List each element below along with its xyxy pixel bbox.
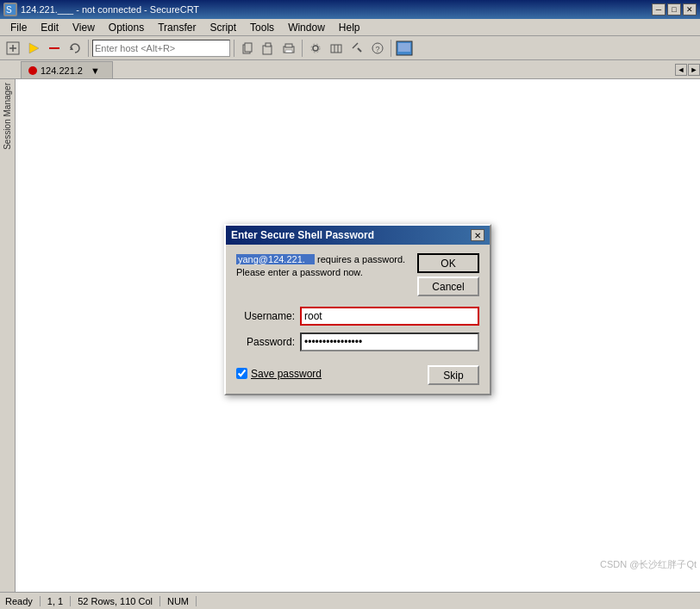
reconnect-button[interactable]	[66, 39, 84, 58]
dialog-title: Enter Secure Shell Password	[231, 229, 471, 241]
menu-help[interactable]: Help	[332, 20, 367, 35]
paste-button[interactable]	[259, 39, 278, 58]
status-ready: Ready	[3, 596, 41, 606]
tab-bar: 124.221.2 ▼ ◄ ►	[0, 60, 700, 79]
skip-button[interactable]: Skip	[428, 365, 479, 385]
zoom-button[interactable]	[347, 39, 366, 58]
svg-text:S: S	[6, 5, 12, 15]
username-input[interactable]	[300, 307, 479, 326]
separator-3	[302, 40, 303, 57]
separator-4	[391, 40, 391, 57]
menu-transfer[interactable]: Transfer	[151, 20, 203, 35]
menu-file[interactable]: File	[3, 20, 34, 35]
close-button[interactable]: ✕	[683, 3, 697, 16]
dialog-close-button[interactable]: ✕	[471, 229, 484, 241]
terminal-area[interactable]: Enter Secure Shell Password ✕ yang@124.2…	[16, 79, 700, 592]
disconnect-button[interactable]	[45, 39, 64, 58]
tab-scroll-left[interactable]: ◄	[675, 64, 687, 76]
menu-script[interactable]: Script	[203, 20, 243, 35]
save-password-checkbox[interactable]	[236, 368, 247, 379]
menu-window[interactable]: Window	[281, 20, 332, 35]
tab-scroll-right[interactable]: ►	[688, 64, 700, 76]
svg-point-15	[313, 46, 318, 51]
dialog-message-host: yang@124.221. requires a password.	[236, 254, 405, 264]
main-area: Session Manager Enter Secure Shell Passw…	[0, 79, 700, 592]
toolbar: ?	[0, 36, 700, 60]
watermark: CSDN @长沙红胖子Qt	[600, 558, 697, 571]
tab-label: 124.221.2 ▼	[41, 65, 105, 76]
menu-view[interactable]: View	[66, 20, 102, 35]
dialog-host-highlight: yang@124.221.	[236, 254, 315, 264]
dialog-body: yang@124.221. requires a password. Pleas…	[226, 245, 490, 394]
svg-line-21	[358, 48, 361, 52]
app-icon: S	[3, 3, 17, 16]
session-manager-sidebar[interactable]: Session Manager	[0, 79, 16, 592]
password-row: Password:	[236, 332, 479, 351]
menu-tools[interactable]: Tools	[243, 20, 281, 35]
svg-line-20	[353, 43, 358, 48]
menu-edit[interactable]: Edit	[34, 20, 66, 35]
minimize-button[interactable]: ─	[652, 3, 666, 16]
svg-rect-14	[285, 50, 292, 53]
save-password-row: Save password	[236, 368, 322, 380]
svg-rect-25	[398, 43, 410, 52]
title-bar: S 124.221.___ - not connected - SecureCR…	[0, 0, 700, 19]
cancel-button[interactable]: Cancel	[417, 277, 479, 296]
svg-rect-17	[331, 45, 341, 53]
username-row: Username:	[236, 307, 479, 326]
tab-status-icon	[28, 66, 37, 75]
maximize-button[interactable]: □	[667, 3, 681, 16]
menu-options[interactable]: Options	[102, 20, 151, 35]
session-tab[interactable]: 124.221.2 ▼	[21, 61, 113, 78]
separator-2	[234, 40, 234, 57]
host-input[interactable]	[92, 40, 230, 57]
separator-1	[88, 40, 89, 57]
svg-text:?: ?	[376, 45, 380, 53]
connect-button[interactable]	[24, 39, 43, 58]
dialog-top-buttons: OK Cancel	[417, 253, 479, 296]
username-label: Username:	[236, 310, 295, 322]
svg-rect-6	[49, 47, 59, 49]
status-num: NUM	[160, 596, 197, 606]
password-input[interactable]	[300, 332, 479, 351]
menu-bar: File Edit View Options Transfer Script T…	[0, 19, 700, 36]
save-password-label[interactable]: Save password	[251, 368, 322, 380]
status-bar: Ready 1, 1 52 Rows, 110 Col NUM	[0, 592, 700, 609]
password-dialog: Enter Secure Shell Password ✕ yang@124.2…	[224, 224, 491, 395]
dialog-message-prompt: Please enter a password now.	[236, 267, 363, 277]
new-session-button[interactable]	[3, 39, 22, 58]
copy-button[interactable]	[238, 39, 257, 58]
svg-rect-13	[285, 44, 292, 47]
svg-rect-11	[266, 43, 271, 47]
password-label: Password:	[236, 336, 295, 348]
svg-rect-9	[245, 43, 252, 52]
screenshot-button[interactable]	[395, 39, 414, 58]
svg-marker-5	[29, 43, 39, 53]
print-button[interactable]	[279, 39, 298, 58]
window-controls: ─ □ ✕	[652, 3, 697, 16]
map-button[interactable]	[327, 39, 346, 58]
dialog-overlay: Enter Secure Shell Password ✕ yang@124.2…	[16, 79, 700, 592]
status-position: 1, 1	[41, 596, 71, 606]
settings-button[interactable]	[306, 39, 325, 58]
dialog-title-bar: Enter Secure Shell Password ✕	[226, 226, 490, 245]
help-button[interactable]: ?	[368, 39, 387, 58]
status-dimensions: 52 Rows, 110 Col	[71, 596, 160, 606]
sidebar-label: Session Manager	[3, 83, 12, 150]
dialog-message: yang@124.221. requires a password. Pleas…	[236, 253, 410, 280]
ok-button[interactable]: OK	[417, 253, 479, 273]
window-title: 124.221.___ - not connected - SecureCRT	[21, 4, 652, 15]
